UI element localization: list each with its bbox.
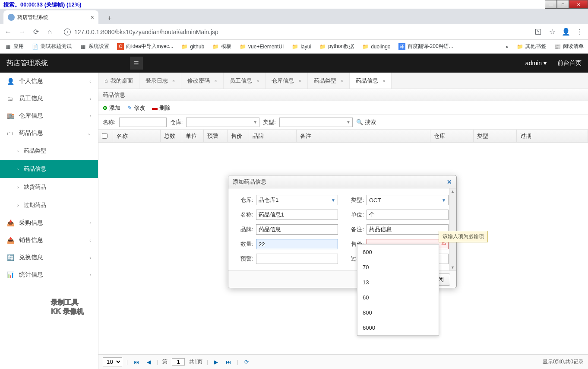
sidebar-sub-drug-type[interactable]: ›药品类型 (0, 142, 98, 160)
bookmark-folder[interactable]: 📁模板 (212, 43, 231, 50)
tab-desktop[interactable]: ⌂我的桌面 (98, 73, 139, 89)
add-button[interactable]: ⊕添加 (103, 104, 120, 112)
sidebar-sub-expired[interactable]: ›过期药品 (0, 196, 98, 214)
remark-input[interactable] (367, 224, 449, 235)
home-link[interactable]: 前台首页 (557, 59, 582, 67)
password-key-icon[interactable]: ⚿ (534, 28, 542, 36)
reading-list[interactable]: 📰阅读清单 (554, 43, 584, 50)
search-warehouse-combo[interactable]: ▼ (186, 118, 259, 127)
col-price[interactable]: 售价 (228, 130, 249, 142)
col-warn[interactable]: 预警 (204, 130, 228, 142)
bookmark-item[interactable]: C向idea中导入myec... (117, 43, 173, 50)
close-icon[interactable]: × (298, 78, 301, 83)
col-brand[interactable]: 品牌 (249, 130, 297, 142)
browser-menu-icon[interactable]: ⋮ (576, 28, 584, 36)
col-type[interactable]: 类型 (474, 130, 517, 142)
window-maximize[interactable]: □ (557, 0, 569, 9)
new-tab-button[interactable]: + (104, 12, 116, 24)
bookmark-apps[interactable]: ▦应用 (4, 43, 24, 50)
bookmark-folder[interactable]: 📁python数据 (319, 43, 354, 50)
select-all-checkbox[interactable] (102, 133, 107, 139)
close-icon[interactable]: × (256, 78, 259, 83)
window-minimize[interactable]: — (545, 0, 557, 9)
dialog-close-icon[interactable]: ✕ (447, 178, 452, 185)
sidebar-toggle[interactable]: ☰ (130, 57, 143, 70)
search-button[interactable]: 🔍搜索 (356, 118, 376, 126)
sidebar-sub-drug-info[interactable]: ›药品信息 (0, 160, 98, 178)
page-size-select[interactable]: 10 (103, 357, 122, 366)
prev-page-icon[interactable]: ◀ (145, 359, 152, 365)
col-expire[interactable]: 过期 (517, 130, 588, 142)
user-menu[interactable]: admin ▾ (525, 60, 547, 67)
close-icon[interactable]: × (172, 78, 175, 83)
edit-button[interactable]: ✎修改 (127, 104, 145, 112)
sidebar-item-warehouse[interactable]: 🏬仓库信息‹ (0, 107, 98, 124)
warehouse-combo[interactable]: 品仓库1▼ (256, 195, 338, 205)
dropdown-option[interactable]: 60 (357, 290, 439, 305)
profile-icon[interactable]: 👤 (562, 28, 570, 36)
search-name-input[interactable] (119, 118, 167, 127)
bookmark-folder[interactable]: 📁github (181, 43, 204, 50)
bookmarks-overflow[interactable]: » (506, 44, 509, 50)
close-icon[interactable]: × (214, 78, 217, 83)
dialog-title-bar[interactable]: 添加药品信息 ✕ (228, 175, 456, 188)
sidebar-item-purchase[interactable]: 📥采购信息‹ (0, 214, 98, 232)
tab-drugtype[interactable]: 药品类型× (308, 73, 350, 89)
unit-input[interactable] (367, 210, 449, 220)
col-wh[interactable]: 仓库 (430, 130, 474, 142)
tab-loginlog[interactable]: 登录日志× (139, 73, 181, 89)
back-icon[interactable]: ← (4, 28, 12, 36)
quantity-input[interactable] (256, 239, 338, 249)
last-page-icon[interactable]: ⏭ (224, 359, 233, 365)
dropdown-option[interactable]: 6000 (357, 320, 439, 335)
first-page-icon[interactable]: ⏮ (132, 359, 141, 365)
sidebar-item-stats[interactable]: 📊统计信息‹ (0, 266, 98, 283)
sidebar-item-drugs[interactable]: 🗃药品信息⌄ (0, 124, 98, 142)
page-number-input[interactable] (172, 358, 185, 366)
bookmark-item[interactable]: 译百度翻译-200种语... (398, 43, 453, 50)
site-info-icon[interactable]: i (64, 29, 71, 35)
refresh-icon[interactable]: ⟳ (243, 359, 250, 365)
search-type-combo[interactable]: ▼ (279, 118, 353, 127)
tab-staff[interactable]: 员工信息× (224, 73, 266, 89)
col-name[interactable]: 名称 (113, 130, 161, 142)
tab-changepw[interactable]: 修改密码× (181, 73, 223, 89)
sidebar-item-exchange[interactable]: 🔄兑换信息‹ (0, 249, 98, 266)
dropdown-option[interactable]: 800 (357, 305, 439, 320)
dropdown-option[interactable]: 70 (357, 260, 439, 275)
dropdown-option[interactable]: 600 (357, 245, 439, 260)
warning-input[interactable] (256, 254, 338, 264)
type-combo[interactable]: OCT▼ (367, 195, 449, 205)
bookmark-folder[interactable]: 📁vue+ElementUI (239, 43, 284, 50)
close-icon[interactable]: × (341, 78, 343, 83)
next-page-icon[interactable]: ▶ (212, 359, 220, 365)
close-icon[interactable]: × (383, 78, 385, 83)
sidebar-item-personal[interactable]: 👤个人信息‹ (0, 73, 98, 90)
bookmark-folder[interactable]: 📁layui (291, 43, 311, 50)
tab-warehouse[interactable]: 仓库信息× (266, 73, 307, 89)
window-close[interactable]: ✕ (569, 0, 588, 9)
other-bookmarks[interactable]: 📁其他书签 (516, 43, 546, 50)
url-bar[interactable]: i 127.0.0.1:8080/bks10yzyaodian/houtai/a… (60, 29, 528, 35)
forward-icon[interactable]: → (18, 28, 26, 36)
tab-close-icon[interactable]: × (91, 14, 94, 21)
delete-button[interactable]: ▬删除 (152, 104, 171, 112)
dialog-scrollbar[interactable] (449, 188, 456, 270)
bookmark-item[interactable]: 📄测试标题测试 (32, 43, 72, 50)
sidebar-item-staff[interactable]: 🗂员工信息‹ (0, 90, 98, 107)
bookmark-star-icon[interactable]: ☆ (548, 28, 556, 36)
reload-icon[interactable]: ⟳ (32, 28, 40, 36)
sidebar-item-sales[interactable]: 📤销售信息‹ (0, 232, 98, 249)
home-icon[interactable]: ⌂ (46, 28, 54, 36)
bookmark-folder[interactable]: 📁duolingo (362, 43, 390, 50)
col-remark[interactable]: 备注 (297, 130, 430, 142)
brand-input[interactable] (256, 224, 338, 235)
dropdown-option[interactable]: 13 (357, 275, 439, 290)
bookmark-item[interactable]: ▦系统设置 (79, 43, 109, 50)
col-total[interactable]: 总数 (161, 130, 182, 142)
col-unit[interactable]: 单位 (182, 130, 204, 142)
tab-druginfo[interactable]: 药品信息× (350, 73, 392, 89)
browser-tab[interactable]: 药店管理系统 × (3, 10, 98, 24)
sidebar-sub-shortage[interactable]: ›缺货药品 (0, 178, 98, 196)
name-input[interactable] (256, 210, 338, 220)
